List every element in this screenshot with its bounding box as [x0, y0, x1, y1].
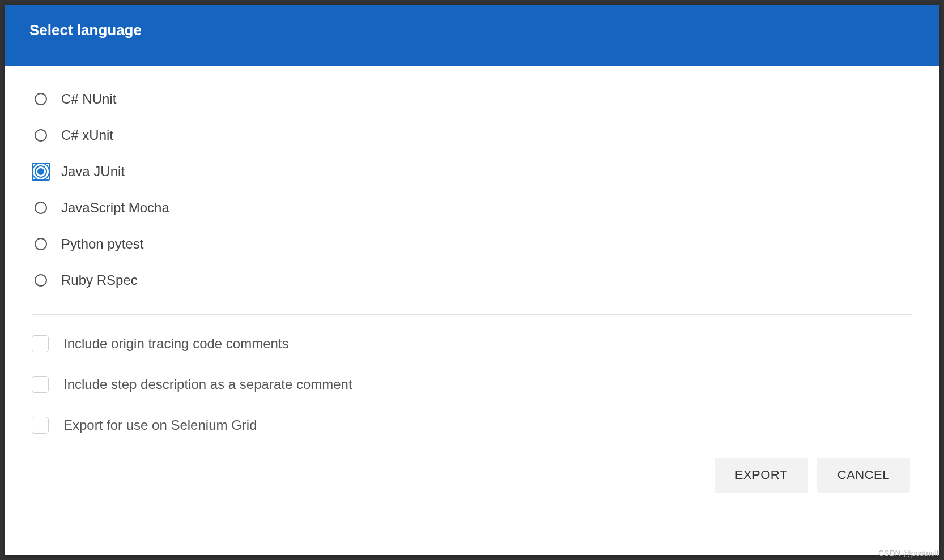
radio-label: C# NUnit: [61, 91, 116, 107]
radio-java-junit[interactable]: Java JUnit: [32, 163, 912, 181]
checkbox-icon: [32, 335, 49, 352]
checkbox-icon: [32, 417, 49, 434]
checkbox-label: Include origin tracing code comments: [63, 336, 289, 352]
radio-csharp-nunit[interactable]: C# NUnit: [32, 90, 912, 108]
checkbox-icon: [32, 376, 49, 393]
dialog-footer: EXPORT CANCEL: [32, 458, 912, 493]
select-language-dialog: Select language C# NUnit C# xUnit: [5, 5, 939, 555]
divider: [32, 314, 912, 315]
radio-label: Ruby RSpec: [61, 272, 138, 288]
radio-label: Java JUnit: [61, 164, 125, 179]
checkbox-origin-tracing[interactable]: Include origin tracing code comments: [32, 335, 912, 352]
radio-icon: [35, 238, 47, 250]
radio-ruby-rspec[interactable]: Ruby RSpec: [32, 271, 912, 289]
dialog-body: C# NUnit C# xUnit Java JUnit: [5, 66, 939, 555]
radio-icon: [35, 93, 47, 105]
radio-label: Python pytest: [61, 236, 143, 252]
radio-javascript-mocha[interactable]: JavaScript Mocha: [32, 199, 912, 217]
checkbox-label: Export for use on Selenium Grid: [63, 417, 257, 433]
export-options-list: Include origin tracing code comments Inc…: [32, 335, 912, 434]
radio-icon: [35, 129, 47, 142]
checkbox-selenium-grid[interactable]: Export for use on Selenium Grid: [32, 417, 912, 434]
watermark: CSDN @postnull: [878, 549, 938, 558]
export-button[interactable]: EXPORT: [715, 458, 808, 493]
dialog-title: Select language: [29, 22, 915, 39]
radio-label: JavaScript Mocha: [61, 200, 169, 216]
cancel-button[interactable]: CANCEL: [817, 458, 910, 493]
checkbox-step-description[interactable]: Include step description as a separate c…: [32, 376, 912, 393]
dialog-header: Select language: [5, 5, 939, 66]
radio-icon: [35, 202, 47, 214]
radio-label: C# xUnit: [61, 127, 113, 143]
checkbox-label: Include step description as a separate c…: [63, 377, 352, 392]
language-radio-list: C# NUnit C# xUnit Java JUnit: [32, 90, 912, 289]
radio-python-pytest[interactable]: Python pytest: [32, 235, 912, 253]
radio-icon: [35, 274, 47, 287]
radio-icon-selected: [35, 165, 47, 178]
radio-csharp-xunit[interactable]: C# xUnit: [32, 126, 912, 144]
